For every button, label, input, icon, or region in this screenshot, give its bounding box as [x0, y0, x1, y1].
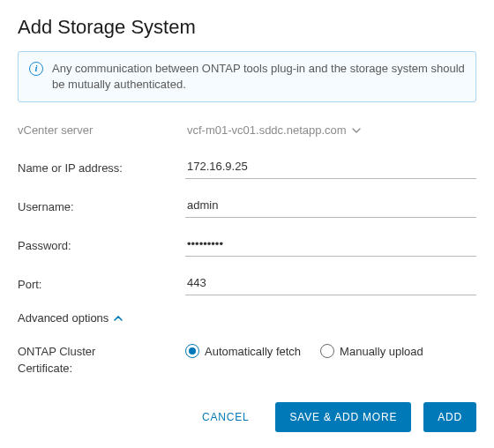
port-row: Port:: [18, 273, 476, 295]
radio-auto-label: Automatically fetch: [205, 345, 301, 358]
save-add-more-button[interactable]: SAVE & ADD MORE: [275, 402, 411, 432]
port-input[interactable]: [185, 273, 476, 295]
password-row: Password:: [18, 234, 476, 257]
password-label: Password:: [18, 239, 185, 252]
dialog-footer: CANCEL SAVE & ADD MORE ADD: [188, 402, 476, 432]
username-label: Username:: [18, 200, 185, 213]
name-ip-input[interactable]: [185, 156, 476, 179]
advanced-options-label: Advanced options: [18, 311, 109, 325]
chevron-up-icon: [114, 316, 123, 321]
radio-auto-fetch[interactable]: Automatically fetch: [185, 344, 301, 358]
name-ip-label: Name or IP address:: [18, 161, 185, 175]
certificate-row: ONTAP Cluster Certificate: Automatically…: [18, 344, 476, 376]
password-input[interactable]: [185, 234, 476, 257]
name-ip-row: Name or IP address:: [18, 156, 476, 179]
radio-unselected-icon: [320, 344, 334, 358]
vcenter-selected-value: vcf-m01-vc01.sddc.netapp.com: [187, 123, 347, 137]
radio-selected-icon: [185, 344, 199, 358]
vcenter-select[interactable]: vcf-m01-vc01.sddc.netapp.com: [185, 120, 476, 140]
info-banner: i Any communication between ONTAP tools …: [18, 51, 476, 102]
info-icon: i: [29, 62, 43, 76]
info-message: Any communication between ONTAP tools pl…: [52, 61, 465, 93]
vcenter-label: vCenter server: [18, 123, 185, 137]
port-label: Port:: [18, 278, 185, 291]
dialog-title: Add Storage System: [18, 16, 476, 39]
radio-manual-label: Manually upload: [340, 345, 423, 358]
username-input[interactable]: [185, 195, 476, 218]
radio-manual-upload[interactable]: Manually upload: [320, 344, 423, 358]
cancel-button[interactable]: CANCEL: [188, 402, 263, 432]
chevron-down-icon: [352, 128, 361, 133]
vcenter-row: vCenter server vcf-m01-vc01.sddc.netapp.…: [18, 120, 476, 140]
certificate-radio-group: Automatically fetch Manually upload: [185, 344, 476, 358]
advanced-options-toggle[interactable]: Advanced options: [18, 311, 123, 325]
certificate-label: ONTAP Cluster Certificate:: [18, 344, 185, 376]
add-button[interactable]: ADD: [423, 402, 476, 432]
username-row: Username:: [18, 195, 476, 218]
